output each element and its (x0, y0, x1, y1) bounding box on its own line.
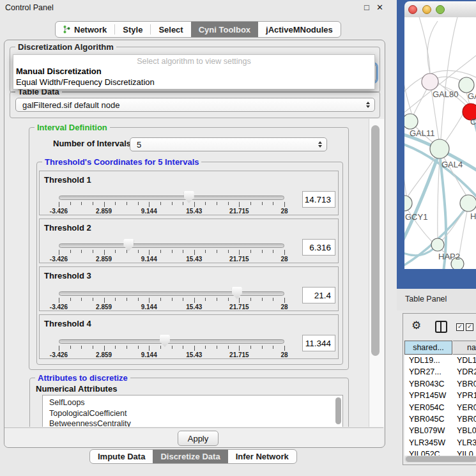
network-node[interactable] (460, 195, 476, 211)
slider-thumb[interactable] (184, 191, 194, 203)
slider-tick (239, 298, 240, 303)
algorithm-option[interactable]: Equal Width/Frequency Discretization (16, 77, 155, 87)
slider-tick-label: 28 (270, 351, 299, 358)
table-row[interactable]: YBR043CYBR0 (404, 379, 476, 390)
slider-tick (172, 346, 173, 349)
apply-button[interactable]: Apply (178, 431, 219, 446)
slider-thumb[interactable] (160, 335, 170, 347)
zoom-traffic-light[interactable] (436, 5, 445, 14)
slider-tick (273, 250, 273, 253)
slider-tick (115, 346, 116, 349)
network-node-label: GCY1 (405, 212, 427, 222)
cell-name: YLR3 (457, 438, 476, 447)
tab-network[interactable]: Network (56, 22, 114, 37)
slider-track[interactable] (59, 243, 284, 248)
slider-tick (160, 298, 161, 301)
checkbox-checked-icon[interactable]: ✓ (466, 323, 473, 331)
table-row[interactable]: YBL079WYBL0 (404, 426, 476, 437)
network-edge (404, 168, 406, 196)
control-panel-titlebar: Control Panel □ ✕ (0, 0, 391, 15)
network-node[interactable] (431, 238, 444, 251)
network-node[interactable] (422, 73, 438, 90)
tab-style[interactable]: Style (115, 22, 150, 37)
column-header-name[interactable]: na (453, 341, 476, 355)
attribute-item[interactable]: BetweennessCentrality (43, 418, 342, 427)
attribute-item[interactable]: SelfLoops (43, 397, 342, 408)
slider-tick (149, 250, 150, 255)
slider-tick (81, 202, 82, 205)
checkbox-checked-icon[interactable]: ✓ (456, 323, 464, 331)
slider-track[interactable] (59, 196, 284, 200)
close-panel-icon[interactable]: ✕ (376, 3, 383, 12)
float-window-icon[interactable]: □ (364, 3, 369, 12)
table-hscrollbar-thumb[interactable] (406, 456, 476, 462)
network-node-label: HAP2 (438, 252, 460, 261)
attribute-item[interactable]: TopologicalCoefficient (43, 408, 342, 419)
gear-icon[interactable]: ⚙ (411, 319, 421, 332)
slider-tick (262, 298, 263, 301)
slider-tick (194, 346, 195, 351)
slider-tick (138, 202, 139, 205)
attributes-scrollbar-thumb[interactable] (335, 397, 341, 424)
slider-tick (93, 346, 93, 349)
cell-shared-name: YBL079W (409, 426, 445, 435)
table-row[interactable]: YER054CYER0 (404, 403, 476, 414)
tab-label: Style (123, 25, 142, 35)
main-scrollbar-thumb[interactable] (371, 125, 380, 356)
table-row[interactable]: YLR345WYLR3 (404, 438, 476, 449)
tab-cyni-toolbox[interactable]: Cyni Toolbox (191, 22, 258, 37)
tab-impute-data[interactable]: Impute Data (90, 450, 153, 463)
network-node-label: GAL4 (441, 160, 463, 169)
slider-tick (149, 346, 150, 351)
cell-shared-name: YDR27... (409, 367, 441, 376)
minimize-traffic-light[interactable] (422, 5, 431, 14)
tab-infer-network[interactable]: Infer Network (228, 450, 296, 463)
table-data-group: Table Data galFiltered.sif default node (10, 91, 380, 118)
tab-select[interactable]: Select (151, 22, 190, 37)
network-node[interactable] (404, 196, 412, 211)
slider-track[interactable] (59, 291, 284, 296)
number-of-intervals-combobox[interactable]: 5 (130, 137, 327, 151)
network-node[interactable] (404, 114, 418, 129)
slider-track[interactable] (59, 339, 284, 344)
slider-tick (239, 250, 240, 255)
tab-jactivemnodules[interactable]: jActiveMNodules (258, 22, 341, 37)
table-row[interactable]: YBR045CYBR0 (404, 414, 476, 426)
slider-thumb[interactable] (232, 287, 242, 299)
slider-tick (70, 202, 71, 205)
tab-label: Cyni Toolbox (199, 25, 250, 35)
slider-tick (127, 202, 127, 205)
cell-shared-name: YDL19... (409, 356, 440, 365)
interval-definition-label: Interval Definition (35, 123, 110, 132)
threshold-value-field[interactable] (302, 239, 335, 256)
slider-thumb[interactable] (123, 239, 134, 251)
slider-tick-label: -3.426 (44, 303, 73, 311)
slider-tick (160, 346, 161, 349)
split-view-icon[interactable] (435, 321, 447, 333)
threshold-value-field[interactable] (302, 287, 335, 303)
column-header-shared-name[interactable]: shared... (404, 341, 452, 355)
slider-tick (239, 346, 240, 351)
slider-tick (127, 298, 127, 301)
close-traffic-light[interactable] (408, 5, 417, 14)
tab-discretize-data[interactable]: Discretize Data (153, 450, 227, 463)
network-canvas[interactable]: GAL80GACGAL11GAL4GCY1HHAP2 (404, 17, 476, 269)
slider-tick-label: 2.859 (89, 351, 119, 358)
table-row[interactable]: YDL19...YDL1 (404, 355, 476, 367)
numerical-attributes-list[interactable]: SelfLoopsTopologicalCoefficientBetweenne… (42, 395, 343, 427)
threshold-value-field[interactable] (302, 335, 335, 351)
table-data-combobox[interactable]: galFiltered.sif default node (15, 98, 375, 112)
slider-tick (172, 298, 173, 301)
algorithm-option[interactable]: Manual Discretization (16, 66, 102, 76)
table-row[interactable]: YDR27...YDR2 (404, 367, 476, 378)
network-node[interactable] (459, 77, 474, 93)
network-node[interactable] (430, 139, 449, 158)
table-row[interactable]: YIL052CYIL0 (404, 449, 476, 456)
cyni-bottom-tabbar: Impute DataDiscretize DataInfer Network (89, 449, 297, 464)
table-row[interactable]: YPR145WYPR1 (404, 390, 476, 402)
slider-tick-label: 15.43 (180, 208, 209, 215)
threshold-value-field[interactable] (302, 191, 335, 208)
cell-shared-name: YLR345W (409, 438, 445, 447)
slider-tick (205, 250, 206, 253)
network-edge (438, 158, 440, 238)
